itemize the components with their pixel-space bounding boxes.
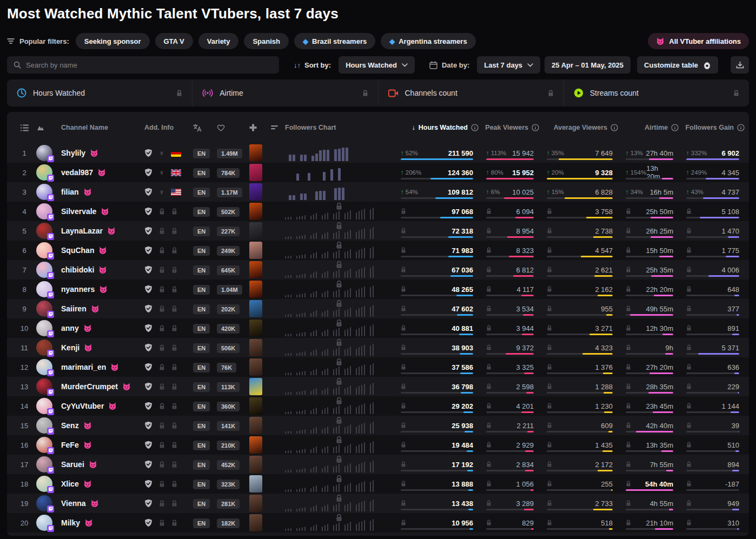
- followers-mini-chart-locked[interactable]: [285, 398, 393, 414]
- hours-watched-header[interactable]: ↓ Hours Watched: [393, 124, 479, 131]
- avatar[interactable]: [36, 203, 52, 219]
- game-art[interactable]: [249, 164, 271, 181]
- followers-mini-chart-locked[interactable]: [285, 301, 393, 317]
- table-row[interactable]: 1Shylily♀EN1.49M↑52%211 590↑113%15 942↑3…: [7, 143, 749, 163]
- filter-chip-brazil-streamers[interactable]: ◆Brazil streamers: [294, 33, 375, 49]
- game-art[interactable]: [249, 378, 271, 395]
- table-row[interactable]: 12marimari_enEN76K37 5863 3251 37627h 20…: [7, 357, 749, 377]
- followers-mini-chart-locked[interactable]: [285, 320, 393, 336]
- game-art[interactable]: [249, 339, 271, 356]
- channel-name[interactable]: FeFe: [61, 441, 144, 449]
- table-row[interactable]: 14CyYuVtuberEN360K29 2024 2011 23023h 45…: [7, 396, 749, 416]
- channel-name[interactable]: chibidoki: [61, 265, 144, 274]
- filter-chip-spanish[interactable]: Spanish: [244, 33, 289, 49]
- table-row[interactable]: 20MilkyEN182K10 95682951821h 10m310: [7, 513, 749, 533]
- avatar[interactable]: [36, 281, 52, 297]
- add-info-header[interactable]: Add. Info: [144, 124, 193, 131]
- game-art[interactable]: [249, 320, 271, 337]
- game-art[interactable]: [249, 261, 271, 278]
- followers-mini-chart-locked[interactable]: [285, 378, 393, 395]
- followers-mini-chart-locked[interactable]: [285, 437, 393, 453]
- filter-chip-seeking-sponsor[interactable]: Seeking sponsor: [76, 33, 150, 49]
- avatar[interactable]: [36, 242, 52, 258]
- avatar[interactable]: [36, 359, 52, 375]
- channel-name[interactable]: Xlice: [61, 480, 144, 488]
- channel-name[interactable]: Senz: [61, 421, 144, 430]
- airtime-header[interactable]: Airtime: [618, 124, 679, 131]
- game-art[interactable]: [249, 242, 271, 259]
- channel-name[interactable]: Saruei: [61, 460, 144, 469]
- filter-chip-variety[interactable]: Variety: [198, 33, 239, 49]
- peak-viewers-header[interactable]: Peak Viewers: [479, 124, 539, 131]
- followers-mini-chart-locked[interactable]: [285, 340, 393, 356]
- table-row[interactable]: 8nyannersEN1.04M48 2654 1172 16222h 20m6…: [7, 280, 749, 299]
- avatar[interactable]: [36, 145, 52, 161]
- table-row[interactable]: 6SquChanEN249K71 9838 3234 54715h 50m1 7…: [7, 241, 749, 260]
- followers-mini-chart-locked[interactable]: [285, 456, 393, 473]
- game-art[interactable]: [249, 436, 271, 454]
- table-row[interactable]: 2vedal987♀EN784K↑206%124 360↑80%15 952↑2…: [7, 163, 749, 182]
- metric-tab-streams-count[interactable]: Streams count: [564, 79, 749, 107]
- search-box[interactable]: [7, 56, 279, 74]
- avatar[interactable]: [36, 320, 52, 336]
- game-art[interactable]: [249, 281, 271, 298]
- game-art[interactable]: [249, 475, 271, 493]
- channel-name[interactable]: vedal987: [61, 168, 144, 177]
- channel-name[interactable]: anny: [61, 324, 144, 332]
- filter-chip-gta-v[interactable]: GTA V: [155, 33, 193, 49]
- channel-name[interactable]: SquChan: [61, 246, 144, 255]
- language-column-header[interactable]: [193, 124, 217, 132]
- table-row[interactable]: 4SilvervaleEN502K97 0686 0943 75825h 50m…: [7, 202, 749, 221]
- sort-by-dropdown[interactable]: Hours Watched: [339, 56, 415, 74]
- table-row[interactable]: 10annyEN420K40 8813 9443 27112h 30m891: [7, 318, 749, 338]
- followers-mini-chart-locked[interactable]: [285, 476, 393, 492]
- table-row[interactable]: 17SarueiEN452K17 1922 8342 1727h 55m894: [7, 455, 749, 474]
- average-viewers-header[interactable]: Average Viewers: [539, 124, 618, 131]
- game-column-header[interactable]: [249, 124, 271, 131]
- game-art[interactable]: [249, 358, 271, 376]
- game-art[interactable]: [249, 456, 271, 473]
- channel-name[interactable]: Milky: [61, 518, 144, 527]
- channel-name[interactable]: Shylily: [61, 149, 144, 157]
- table-row[interactable]: 5LaynaLazarEN227K72 3188 9542 73826h 25m…: [7, 221, 749, 241]
- metric-tab-channels-count[interactable]: Channels count: [379, 79, 564, 107]
- avatar[interactable]: [36, 495, 52, 511]
- status-column-header[interactable]: [271, 125, 285, 130]
- table-row[interactable]: 13MurderCrumpetEN113K36 7982 5981 28828h…: [7, 377, 749, 396]
- avatar[interactable]: [36, 456, 52, 473]
- followers-mini-chart-locked[interactable]: [285, 203, 393, 219]
- avatar[interactable]: [36, 223, 52, 239]
- followers-mini-chart-locked[interactable]: [285, 515, 393, 531]
- date-preset-dropdown[interactable]: Last 7 days: [477, 56, 540, 74]
- game-art[interactable]: [249, 203, 271, 220]
- search-input[interactable]: [26, 61, 273, 69]
- followers-mini-chart-locked[interactable]: [285, 262, 393, 278]
- channel-name[interactable]: filian: [61, 188, 144, 196]
- channel-name[interactable]: LaynaLazar: [61, 227, 144, 235]
- followers-mini-chart-locked[interactable]: [285, 495, 393, 511]
- channel-name[interactable]: marimari_en: [61, 363, 144, 371]
- avatar[interactable]: [36, 262, 52, 278]
- table-row[interactable]: 3filian♀EN1.17M↑54%109 812↑6%10 025↑15%6…: [7, 182, 749, 202]
- avatar[interactable]: [36, 476, 52, 492]
- table-row[interactable]: 16FeFeEN210K19 4842 9291 43513h 35m510: [7, 435, 749, 455]
- avatar[interactable]: [36, 301, 52, 317]
- channel-name[interactable]: MurderCrumpet: [61, 382, 144, 391]
- table-row[interactable]: 19ViennaEN281K13 4383 2892 7334h 55m949: [7, 494, 749, 513]
- customize-table-button[interactable]: Customize table: [637, 56, 718, 74]
- avatar[interactable]: [36, 164, 52, 181]
- followers-mini-chart[interactable]: [285, 145, 393, 161]
- avatar-column-header[interactable]: [36, 124, 61, 131]
- metric-tab-hours-watched[interactable]: Hours Watched: [7, 79, 193, 107]
- channel-name[interactable]: nyanners: [61, 285, 144, 294]
- channel-name[interactable]: Saiiren: [61, 304, 144, 313]
- channel-name[interactable]: CyYuVtuber: [61, 402, 144, 410]
- game-art[interactable]: [249, 144, 271, 162]
- channel-name[interactable]: Vienna: [61, 499, 144, 508]
- avatar[interactable]: [36, 398, 52, 414]
- avatar[interactable]: [36, 437, 52, 453]
- avatar[interactable]: [36, 417, 52, 434]
- followers-mini-chart[interactable]: [285, 164, 393, 181]
- filter-chip-argentina-streamers[interactable]: ◆Argentina streamers: [381, 33, 475, 49]
- channel-name[interactable]: Kenji: [61, 343, 144, 352]
